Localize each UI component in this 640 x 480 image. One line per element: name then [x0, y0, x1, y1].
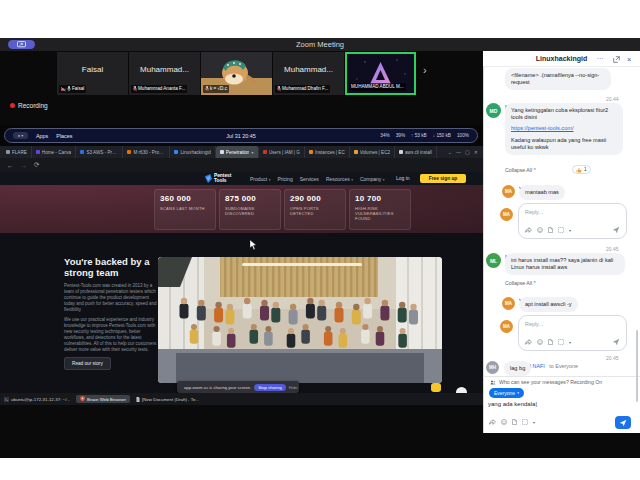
screen-share-indicator-pill[interactable]	[8, 40, 35, 49]
minimize-icon[interactable]: —	[456, 149, 461, 155]
site-logo-text: PentestTools	[214, 173, 231, 183]
tab-favicon	[36, 150, 40, 154]
avatar: MA	[502, 185, 515, 198]
reload-icon[interactable]: ⟳	[34, 161, 39, 169]
video-tile-dog[interactable]: k = √D.c	[201, 52, 272, 95]
send-reply-icon[interactable]	[612, 338, 620, 346]
file-icon[interactable]	[548, 227, 553, 233]
recording-indicator[interactable]: Recording	[10, 102, 48, 109]
reply-composer[interactable]: Reply...	[518, 203, 627, 239]
video-tile-faisal[interactable]: Faisal Faisal	[57, 52, 128, 95]
nav-pricing[interactable]: Pricing	[277, 176, 292, 182]
chat-more-icon[interactable]: ···	[597, 55, 604, 62]
screenshot-icon[interactable]	[522, 419, 528, 425]
tab-volumes-ec2[interactable]: Volumes | EC2	[350, 146, 395, 158]
emoji-icon[interactable]	[501, 419, 507, 425]
free-signup-button[interactable]: Free sign up	[420, 174, 466, 183]
avatar: MA	[500, 208, 513, 221]
participant-label: k = √D.c	[203, 85, 229, 93]
tab-proxmox[interactable]: M r630 - Proxmox	[123, 146, 170, 158]
tab-aws-cli[interactable]: aws cli install	[395, 146, 437, 158]
close-chat-icon[interactable]: ×	[627, 55, 631, 64]
chevron-down-icon[interactable]: ▾	[569, 228, 571, 233]
tab-penetration-active[interactable]: Penetration×	[216, 146, 259, 158]
emoji-icon[interactable]	[537, 339, 543, 345]
chat-reply[interactable]: mantaab mas	[519, 185, 565, 200]
chat-message[interactable]: ini harus install mas?? saya jalanin di …	[505, 253, 625, 275]
file-icon[interactable]	[512, 419, 517, 425]
chat-link[interactable]: https://pentest-tools.com/	[511, 125, 617, 132]
team-paragraph-1: Pentest-Tools.com was created in 2013 by…	[64, 283, 157, 313]
back-icon[interactable]: ←	[7, 162, 14, 169]
distro-menu[interactable]: ●▾	[13, 132, 28, 139]
taskbar-terminal[interactable]: ubuntu@ip-172-31-12-37: ~/...	[4, 397, 70, 402]
nav-company[interactable]: Company ▾	[360, 176, 385, 182]
tab-s3-aws[interactable]: S3 AWS - Presen	[76, 146, 123, 158]
apps-menu[interactable]: Apps	[36, 133, 48, 139]
chat-message-partial: <filename> .(namafilenya --no-sign-reque…	[505, 68, 611, 90]
chat-message[interactable]: Yang ketinggalan coba eksplorasi fitur2 …	[505, 103, 623, 155]
system-tray[interactable]: 34%39% ↑ 53 kB↓ 150 kB 100%	[380, 133, 469, 138]
chat-reply[interactable]: apt install awscli -y	[519, 297, 578, 312]
next-participants-arrow[interactable]: ›	[423, 64, 427, 76]
popout-icon[interactable]	[613, 56, 620, 63]
screenshot-icon[interactable]	[558, 339, 564, 345]
nav-resources[interactable]: Resources ▾	[326, 176, 353, 182]
browser-window-controls[interactable]: ⌄—▢✕	[443, 146, 483, 158]
site-header	[0, 172, 483, 185]
hide-banner-button[interactable]: Hide	[289, 385, 298, 390]
read-our-story-button[interactable]: Read our story	[64, 357, 111, 370]
participant-label: Muhammad Ananta F...	[131, 85, 187, 93]
site-logo[interactable]: PentestTools	[204, 173, 231, 183]
nav-services[interactable]: Services	[300, 176, 319, 182]
tab-favicon	[127, 150, 131, 154]
site-chat-widget[interactable]	[431, 383, 441, 392]
avatar: MH	[486, 361, 499, 374]
stat-card-scans: 360 000 SCANS LAST MONTH	[154, 189, 216, 230]
tab-linuxhackingid[interactable]: Linuxhackingid	[170, 146, 215, 158]
zoom-titlebar[interactable]: Zoom Meeting	[0, 38, 640, 51]
forward-icon[interactable]	[489, 419, 496, 425]
send-reply-icon[interactable]	[612, 226, 620, 234]
screenshot-icon[interactable]	[558, 227, 564, 233]
nav-product[interactable]: Product ▾	[250, 176, 270, 182]
chat-input[interactable]: yang ada kendala|	[488, 401, 537, 407]
chevron-down-icon[interactable]: ▾	[569, 340, 571, 345]
stop-sharing-button[interactable]: Stop sharing	[254, 384, 286, 391]
tab-search-icon[interactable]: ⌄	[448, 149, 452, 155]
emoji-icon[interactable]	[537, 227, 543, 233]
tab-flare[interactable]: FLARE	[2, 146, 32, 158]
participant-name: Muhammad...	[129, 65, 200, 74]
tab-users-iam[interactable]: Users | IAM | G	[259, 146, 305, 158]
collapse-all-toggle[interactable]: Collapse All ^	[505, 167, 536, 173]
taskbar-text-editor[interactable]: [New Document (Draft) - Te...	[136, 397, 199, 402]
video-tile-abdul-active-speaker[interactable]: MUHAMMAD ABDUL M...	[345, 52, 416, 95]
send-message-button[interactable]	[615, 416, 631, 429]
chat-message[interactable]: lag bg	[504, 361, 531, 376]
video-tile-dhafin[interactable]: Muhammad... Muhammad Dhafin F...	[273, 52, 344, 95]
forward-icon[interactable]: →	[21, 162, 28, 169]
close-icon[interactable]: ✕	[474, 149, 478, 155]
mic-off-icon	[133, 86, 137, 92]
tab-canva[interactable]: Home - Canva	[32, 146, 77, 158]
forward-icon[interactable]	[525, 339, 532, 345]
taskbar-brave-browser[interactable]: Brave Web Browser	[76, 395, 130, 403]
send-to-selector[interactable]: Everyone▾	[489, 388, 524, 398]
tab-instances-ec2[interactable]: Instances | EC	[305, 146, 350, 158]
chevron-down-icon[interactable]: ▾	[533, 420, 535, 425]
collapse-all-toggle[interactable]: Collapse All ^	[505, 280, 536, 286]
avatar: MA	[500, 320, 513, 333]
chat-scrollbar[interactable]	[636, 330, 638, 402]
places-menu[interactable]: Places	[56, 133, 72, 139]
maximize-icon[interactable]: ▢	[465, 149, 470, 155]
terminal-icon	[4, 397, 9, 402]
desktop-taskbar: ubuntu@ip-172-31-12-37: ~/... Brave Web …	[0, 393, 483, 405]
forward-icon[interactable]	[525, 227, 532, 233]
message-time: 20.44	[606, 96, 619, 102]
login-link[interactable]: Log in	[396, 175, 410, 181]
tab-favicon	[399, 150, 403, 154]
reply-composer[interactable]: Reply...	[518, 315, 627, 351]
file-icon[interactable]	[548, 339, 553, 345]
thumbs-up-reaction[interactable]: 1	[572, 165, 591, 174]
video-tile-ananta[interactable]: Muhammad... Muhammad Ananta F...	[129, 52, 200, 95]
